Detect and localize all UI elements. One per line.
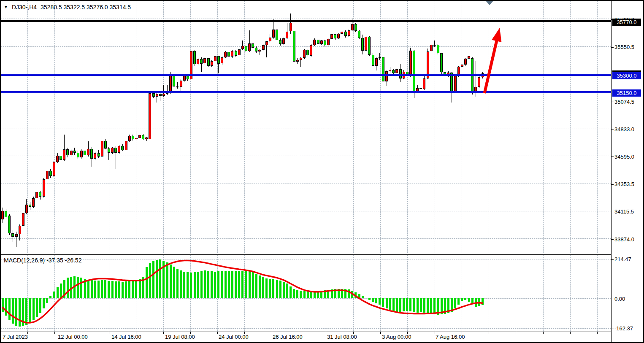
time-axis-tick [516, 332, 516, 334]
time-axis[interactable]: 7 Jul 202312 Jul 00:0014 Jul 16:0019 Jul… [1, 332, 611, 342]
price-axis-label: 33874.0 [614, 236, 634, 243]
time-axis-tick [597, 332, 598, 334]
time-axis-label: 31 Jul 08:00 [327, 334, 357, 340]
macd-axis-label: -162.37 [614, 325, 633, 332]
macd-axis-tick [612, 329, 614, 329]
time-axis-label: 24 Jul 00:00 [219, 334, 249, 340]
chart-symbol-period: DJ30-,H4 [12, 4, 37, 11]
time-axis-tick [163, 332, 164, 334]
trading-chart-window: ▼ DJ30-,H4 35280.5 35322.5 35276.0 35314… [0, 0, 644, 343]
price-axis-tick [612, 184, 614, 185]
price-badge-35770-0: 35770.0 [612, 19, 641, 26]
price-axis[interactable]: 35792.035550.535074.534833.034595.034353… [611, 1, 643, 342]
chart-shift-marker-icon[interactable] [486, 1, 493, 5]
time-axis-tick [435, 332, 435, 334]
time-axis-tick [380, 332, 381, 334]
time-axis-label: 19 Jul 08:00 [165, 334, 195, 340]
price-axis-tick [612, 47, 614, 48]
time-axis-tick [326, 332, 326, 334]
time-axis-tick [570, 332, 571, 334]
macd-axis-label: 214.47 [614, 256, 631, 262]
time-axis-tick [217, 332, 218, 334]
trend-arrow-icon[interactable] [1, 1, 611, 253]
price-axis-tick [612, 157, 614, 157]
price-axis-tick [612, 130, 614, 130]
time-axis-label: 7 Aug 16:00 [436, 334, 465, 340]
time-axis-label: 14 Jul 16:00 [111, 334, 141, 340]
macd-indicator-label: MACD(12,26,9) -37.35 -26.52 [4, 257, 81, 264]
chart-title: ▼ DJ30-,H4 35280.5 35322.5 35276.0 35314… [4, 4, 131, 11]
macd-indicator-area[interactable]: MACD(12,26,9) -37.35 -26.52 [1, 254, 611, 332]
macd-axis-label: 0.00 [614, 296, 625, 302]
time-axis-tick [109, 332, 109, 334]
time-axis-tick [543, 332, 544, 334]
time-axis-label: 7 Jul 2023 [3, 334, 28, 340]
price-axis-tick [612, 212, 614, 212]
price-axis-label: 34353.5 [614, 181, 634, 187]
price-axis-label: 34595.0 [614, 154, 634, 160]
symbol-dropdown-icon[interactable]: ▼ [4, 4, 8, 10]
price-axis-label: 34115.5 [614, 208, 634, 215]
price-axis-label: 35074.5 [614, 99, 634, 105]
price-axis-tick [612, 239, 614, 240]
time-axis-label: 3 Aug 00:00 [382, 334, 411, 340]
main-chart-area[interactable]: ▼ DJ30-,H4 35280.5 35322.5 35276.0 35314… [1, 1, 611, 253]
macd-axis-tick [612, 299, 614, 299]
macd-axis-tick [612, 259, 614, 260]
price-axis-tick [612, 102, 614, 102]
price-badge-35300-0: 35300.0 [612, 72, 641, 79]
time-axis-tick [272, 332, 272, 334]
time-axis-tick [489, 332, 489, 334]
time-axis-label: 26 Jul 16:00 [273, 334, 303, 340]
price-axis-label: 35550.5 [614, 44, 634, 50]
time-axis-label: 12 Jul 00:00 [58, 334, 88, 340]
price-badge-35150-0: 35150.0 [612, 89, 641, 97]
macd-signal-line [1, 255, 611, 332]
chart-ohlc-values: 35280.5 35322.5 35276.0 35314.5 [41, 4, 131, 11]
time-axis-tick [54, 332, 55, 334]
price-axis-label: 34833.0 [614, 126, 634, 132]
